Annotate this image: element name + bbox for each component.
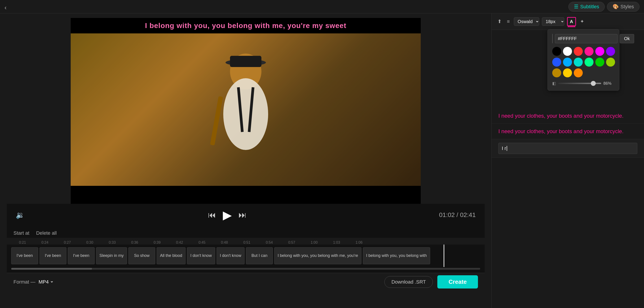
ruler-mark: 0:27 [56, 241, 78, 245]
ruler-mark: 0:36 [124, 241, 146, 245]
timeline-ruler-inner: 0:210:240:270:300:330:360:390:420:450:48… [7, 238, 485, 245]
video-panel: I belong with you, you belong with me, y… [0, 13, 492, 308]
time-separator: / [456, 211, 460, 218]
current-time: 01:02 [439, 211, 455, 218]
align-top-button[interactable]: ⬆ [496, 17, 503, 26]
video-frame [71, 33, 421, 186]
cursor-blink [507, 146, 507, 151]
bottom-bar: Format — MP4 MOV AVI Download .SRT Creat… [7, 273, 485, 291]
hex-input[interactable] [555, 34, 618, 43]
delete-all-button[interactable]: Delete all [36, 230, 57, 236]
subtitle-clip[interactable]: I belong with you, you belong with [363, 247, 430, 264]
format-text: Format — [14, 279, 36, 285]
font-select[interactable]: Oswald Arial Roboto [514, 17, 539, 26]
total-time: 02:41 [460, 211, 476, 218]
playback-controls: ⏮ ▶ ⏭ [208, 208, 246, 222]
extra-style-button[interactable]: ✦ [579, 17, 586, 26]
video-subtitle-text: I belong with you, you belong with me, y… [145, 21, 346, 29]
color-a-label: A [568, 18, 575, 25]
play-button[interactable]: ▶ [223, 208, 232, 222]
timeline-actions: Start at Delete all [7, 228, 485, 238]
video-controls: 🔉 ⏮ ▶ ⏭ 01:02 / 02:41 [7, 204, 485, 226]
subtitle-text-1: I need your clothes, your boots and your… [498, 112, 637, 120]
volume-button[interactable]: 🔉 [16, 211, 25, 219]
opacity-icon: ◧ [552, 81, 556, 86]
styles-tab[interactable]: 🎨 Styles [607, 2, 640, 12]
format-label: Format — MP4 MOV AVI [14, 279, 54, 285]
swatch-green-light[interactable] [584, 58, 594, 67]
back-button[interactable]: ‹ [4, 4, 6, 11]
color-preview-box [552, 34, 553, 43]
swatch-red[interactable] [574, 47, 583, 56]
subtitles-tab[interactable]: ☰ Subtitles [568, 2, 605, 12]
subtitle-clip[interactable]: So show [128, 247, 155, 264]
swatch-black[interactable] [552, 47, 561, 56]
color-button[interactable]: A [567, 17, 576, 26]
align-center-button[interactable]: ≡ [506, 17, 511, 26]
start-at-button[interactable]: Start at [14, 230, 30, 236]
ruler-mark: 0:48 [213, 241, 236, 245]
subtitle-item-3[interactable]: I r [492, 139, 644, 158]
swatch-yellow[interactable] [563, 68, 572, 77]
subtitles-icon: ☰ [574, 4, 578, 10]
timeline-playhead [444, 245, 444, 267]
ruler-mark: 0:57 [280, 241, 303, 245]
ruler-mark: 0:30 [78, 241, 101, 245]
timeline-section: Start at Delete all 0:210:240:270:300:33… [7, 226, 485, 273]
ruler-mark: 0:21 [11, 241, 34, 245]
subtitle-clip[interactable]: I've been [68, 247, 95, 264]
person-silhouette [201, 51, 290, 186]
top-bar: ‹ ☰ Subtitles 🎨 Styles [0, 0, 644, 13]
swatch-orange[interactable] [574, 68, 583, 77]
subtitle-item-2[interactable]: I need your clothes, your boots and your… [492, 124, 644, 139]
skip-forward-button[interactable]: ⏭ [238, 210, 246, 220]
ruler-mark: 0:54 [258, 241, 280, 245]
swatch-teal[interactable] [574, 58, 583, 67]
video-subtitle-bar: I belong with you, you belong with me, y… [71, 18, 421, 33]
opacity-slider[interactable] [558, 83, 601, 84]
video-container: I belong with you, you belong with me, y… [71, 18, 421, 204]
subtitle-clip[interactable]: I've been [40, 247, 66, 264]
color-picker-popup: Ok ◧ 86% [548, 29, 619, 91]
styles-icon: 🎨 [612, 4, 619, 10]
color-swatches [552, 47, 614, 77]
timeline-ruler: 0:210:240:270:300:330:360:390:420:450:48… [7, 238, 485, 245]
swatch-yellow-green[interactable] [606, 58, 615, 67]
subtitle-clip[interactable]: But I can [246, 247, 273, 264]
download-srt-button[interactable]: Download .SRT [384, 276, 433, 288]
ruler-mark: 1:03 [325, 241, 348, 245]
size-select[interactable]: 18px 20px 24px [542, 17, 564, 26]
opacity-value: 86% [604, 81, 614, 86]
subtitle-clip[interactable]: All the blood [156, 247, 186, 264]
swatch-gold[interactable] [552, 68, 561, 77]
swatch-white[interactable] [563, 47, 572, 56]
ok-button[interactable]: Ok [620, 34, 634, 43]
subtitle-clip[interactable]: I belong with you, you belong with me, y… [274, 247, 362, 264]
svg-rect-2 [230, 56, 262, 67]
timeline-scrollbar[interactable] [11, 268, 480, 270]
subtitle-input-box[interactable]: I r [498, 143, 637, 154]
subtitle-clip[interactable]: I don't know [216, 247, 245, 264]
create-button[interactable]: Create [437, 275, 478, 289]
swatch-hot-pink[interactable] [584, 47, 594, 56]
subtitle-clip[interactable]: I've been [11, 247, 38, 264]
ruler-mark: 1:06 [348, 241, 370, 245]
ruler-mark: 0:51 [236, 241, 258, 245]
subtitle-clip[interactable]: I don't know [187, 247, 215, 264]
color-picker-hex-row: Ok [552, 34, 614, 43]
subtitle-item-1[interactable]: I need your clothes, your boots and your… [492, 108, 644, 124]
swatch-magenta[interactable] [595, 47, 604, 56]
skip-back-button[interactable]: ⏮ [208, 210, 216, 220]
swatch-blue[interactable] [552, 58, 561, 67]
swatch-green[interactable] [595, 58, 604, 67]
swatch-purple[interactable] [606, 47, 615, 56]
right-panel: ⬆ ≡ Oswald Arial Roboto 18px 20px 24px A… [492, 13, 644, 308]
subtitle-clip[interactable]: Sleepin in my [96, 247, 127, 264]
opacity-row: ◧ 86% [552, 81, 614, 86]
right-panel-toolbar: ⬆ ≡ Oswald Arial Roboto 18px 20px 24px A… [492, 13, 644, 30]
timeline-track[interactable]: I've beenI've beenI've beenSleepin in my… [7, 245, 485, 267]
ruler-mark: 0:45 [191, 241, 213, 245]
swatch-cyan-blue[interactable] [563, 58, 572, 67]
subtitle-list: I need your clothes, your boots and your… [492, 106, 644, 308]
format-select[interactable]: MP4 MOV AVI [38, 279, 54, 285]
